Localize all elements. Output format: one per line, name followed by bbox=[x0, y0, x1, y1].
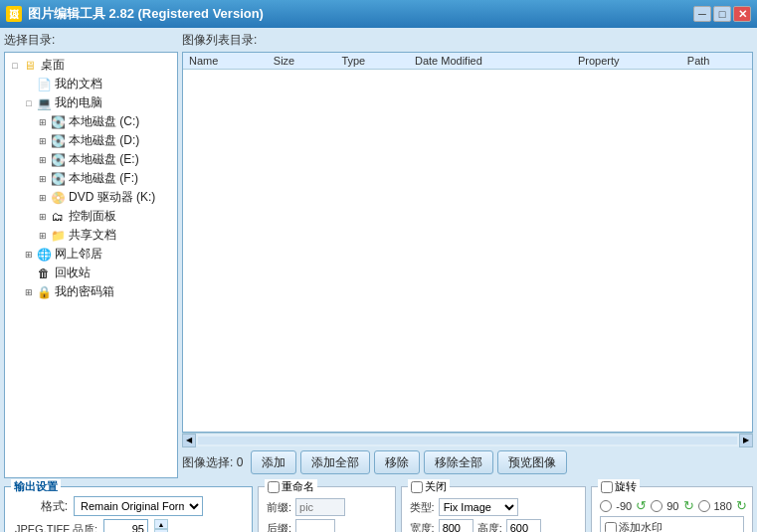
suffix-input[interactable] bbox=[295, 519, 335, 532]
disk-icon: 💽 bbox=[50, 171, 66, 187]
type-label: 类型: bbox=[410, 500, 435, 515]
directory-tree[interactable]: □ 🖥 桌面 📄 我的文档 □ 💻 我的电脑 ⊞ 💽 本地磁盘 (C:) bbox=[4, 52, 178, 478]
list-item[interactable]: ⊞ 🗂 控制面板 bbox=[36, 207, 174, 226]
scroll-track[interactable] bbox=[198, 437, 737, 444]
app-title: 图片编辑工具 2.82 (Registered Version) bbox=[28, 5, 264, 23]
remove-button[interactable]: 移除 bbox=[374, 450, 420, 474]
left-panel: 选择目录: □ 🖥 桌面 📄 我的文档 □ 💻 我的电脑 ⊞ bbox=[4, 32, 178, 478]
disk-icon: 💽 bbox=[50, 133, 66, 149]
expand-icon: ⊞ bbox=[22, 248, 36, 262]
list-item[interactable]: 📄 我的文档 bbox=[22, 75, 174, 93]
quality-label: JPEG,TIFF 品质: bbox=[13, 522, 97, 533]
add-all-button[interactable]: 添加全部 bbox=[300, 450, 370, 474]
bottom-area: 输出设置 格式: Remain Original Format JPEG,TIF… bbox=[0, 482, 757, 532]
list-item[interactable]: ⊞ 🌐 网上邻居 bbox=[22, 245, 174, 264]
list-item[interactable]: 🗑 回收站 bbox=[22, 264, 174, 282]
tree-item-label: 我的文档 bbox=[55, 76, 102, 92]
prefix-input[interactable] bbox=[295, 498, 345, 516]
network-icon: 🌐 bbox=[36, 247, 52, 263]
list-item[interactable]: ⊞ 💽 本地磁盘 (D:) bbox=[36, 131, 174, 150]
directory-label: 选择目录: bbox=[4, 32, 178, 49]
format-label: 格式: bbox=[13, 498, 68, 515]
app-icon: 🖼 bbox=[6, 6, 22, 22]
scroll-right-button[interactable]: ▶ bbox=[739, 434, 753, 447]
document-icon: 📄 bbox=[36, 77, 52, 92]
title-bar: 🖼 图片编辑工具 2.82 (Registered Version) ─ □ ✕ bbox=[0, 0, 757, 28]
folder-icon: 📁 bbox=[50, 228, 66, 244]
col-property: Property bbox=[572, 53, 681, 70]
tree-item-label: 本地磁盘 (C:) bbox=[69, 113, 139, 130]
height-input[interactable] bbox=[506, 519, 541, 532]
rotate-panel: 旋转 -90 ↺ 90 ↻ 180 ↻ 添加水印 bbox=[591, 486, 753, 532]
expand-icon: ⊞ bbox=[36, 210, 50, 224]
fix-type-select[interactable]: Fix Image bbox=[439, 498, 518, 516]
rename-title: 重命名 bbox=[282, 479, 314, 494]
rotate-pos90-icon: ↻ bbox=[683, 498, 694, 513]
expand-icon: ⊞ bbox=[36, 115, 50, 129]
rotate-pos180-radio[interactable] bbox=[698, 500, 710, 512]
width-label: 宽度: bbox=[410, 521, 435, 533]
list-item[interactable]: ⊞ 💽 本地磁盘 (E:) bbox=[36, 150, 174, 169]
pos180-label: 180 bbox=[714, 500, 732, 512]
list-item[interactable]: ⊞ 🔒 我的密码箱 bbox=[22, 282, 174, 301]
rotate-pos90-radio[interactable] bbox=[651, 500, 662, 512]
width-input[interactable] bbox=[439, 519, 473, 532]
close-button[interactable]: ✕ bbox=[733, 6, 751, 22]
image-list-label: 图像列表目录: bbox=[182, 32, 753, 49]
tree-item-label: 网上邻居 bbox=[55, 246, 102, 263]
dvd-icon: 📀 bbox=[50, 190, 66, 206]
neg90-label: -90 bbox=[616, 500, 632, 512]
preview-images-button[interactable]: 预览图像 bbox=[497, 450, 567, 474]
lock-icon: 🔒 bbox=[36, 284, 52, 300]
tree-item-label: 本地磁盘 (E:) bbox=[69, 151, 139, 168]
rotate-checkbox[interactable] bbox=[601, 481, 613, 493]
expand-icon: □ bbox=[8, 59, 22, 73]
rename-checkbox[interactable] bbox=[268, 481, 280, 493]
remove-all-button[interactable]: 移除全部 bbox=[424, 450, 493, 474]
expand-icon: ⊞ bbox=[36, 172, 50, 186]
suffix-label: 后缀: bbox=[267, 521, 291, 533]
fix-title: 关闭 bbox=[425, 479, 447, 494]
col-name: Name bbox=[183, 53, 268, 70]
horizontal-scrollbar[interactable]: ◀ ▶ bbox=[182, 433, 753, 446]
fix-checkbox[interactable] bbox=[411, 481, 423, 493]
expand-icon: □ bbox=[22, 96, 36, 110]
watermark-label: 添加水印 bbox=[619, 520, 662, 532]
list-item[interactable]: □ 🖥 桌面 bbox=[8, 56, 174, 75]
quality-input[interactable] bbox=[103, 519, 148, 532]
expand-icon bbox=[22, 78, 36, 91]
image-table: Name Size Type Date Modified Property Pa… bbox=[183, 53, 752, 70]
watermark-checkbox[interactable] bbox=[605, 522, 617, 533]
tree-item-label: 回收站 bbox=[55, 265, 91, 281]
rotate-180-icon: ↻ bbox=[736, 498, 747, 513]
list-item[interactable]: □ 💻 我的电脑 bbox=[22, 93, 174, 112]
expand-icon: ⊞ bbox=[36, 191, 50, 205]
expand-icon bbox=[22, 266, 36, 280]
image-list-area: Name Size Type Date Modified Property Pa… bbox=[182, 52, 753, 433]
computer-icon: 💻 bbox=[36, 95, 52, 111]
list-item[interactable]: ⊞ 💽 本地磁盘 (F:) bbox=[36, 169, 174, 188]
tree-item-label: 本地磁盘 (F:) bbox=[69, 170, 138, 187]
list-item[interactable]: ⊞ 📁 共享文档 bbox=[36, 226, 174, 245]
fix-panel: 关闭 类型: Fix Image 宽度: 高度: 不要放大 bbox=[401, 486, 587, 532]
rotate-neg90-radio[interactable] bbox=[600, 500, 612, 512]
col-path: Path bbox=[681, 53, 752, 70]
expand-icon: ⊞ bbox=[36, 134, 50, 148]
add-button[interactable]: 添加 bbox=[251, 450, 296, 474]
tree-item-label: 桌面 bbox=[41, 57, 65, 74]
expand-icon: ⊞ bbox=[36, 229, 50, 243]
expand-icon: ⊞ bbox=[22, 285, 36, 299]
disk-icon: 💽 bbox=[50, 114, 66, 130]
minimize-button[interactable]: ─ bbox=[693, 6, 711, 22]
format-select[interactable]: Remain Original Format bbox=[74, 496, 203, 516]
quality-up-button[interactable]: ▲ bbox=[154, 519, 168, 529]
prefix-label: 前缀: bbox=[267, 500, 291, 515]
recycle-icon: 🗑 bbox=[36, 266, 52, 281]
tree-item-label: 共享文档 bbox=[69, 227, 116, 244]
list-item[interactable]: ⊞ 💽 本地磁盘 (C:) bbox=[36, 112, 174, 131]
rotate-title: 旋转 bbox=[615, 479, 637, 494]
list-item[interactable]: ⊞ 📀 DVD 驱动器 (K:) bbox=[36, 188, 174, 207]
maximize-button[interactable]: □ bbox=[713, 6, 731, 22]
scroll-left-button[interactable]: ◀ bbox=[182, 434, 196, 447]
rename-panel: 重命名 前缀: 后缀: 开始数: bbox=[258, 486, 396, 532]
